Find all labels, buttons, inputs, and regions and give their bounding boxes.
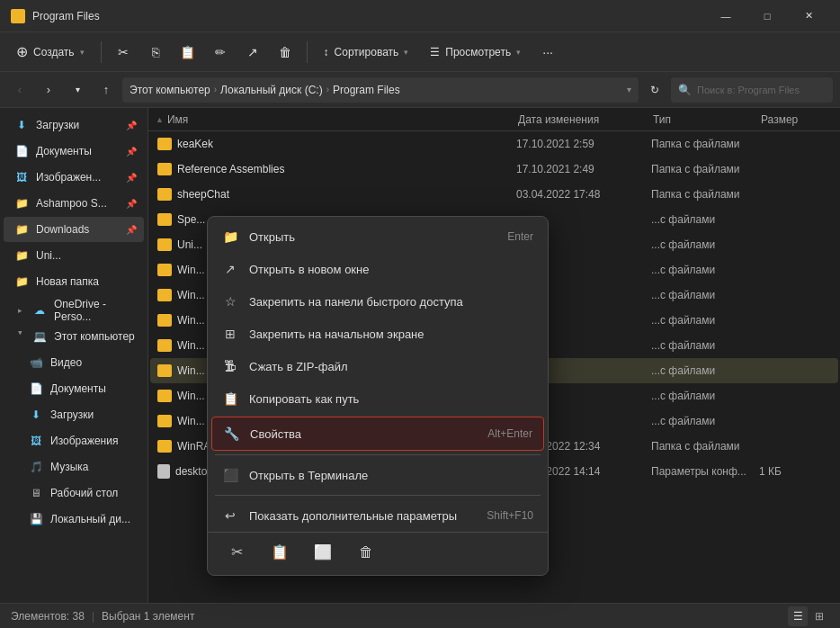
sidebar-item-label: Загрузки — [50, 408, 94, 421]
ctx-pin-quick-access-label: Закрепить на панели быстрого доступа — [249, 295, 463, 309]
ctx-bottom-toolbar: ✂ 📋 ⬜ 🗑 — [208, 532, 548, 571]
breadcrumb[interactable]: Этот компьютер › Локальный диск (C:) › P… — [122, 77, 639, 103]
sidebar-item-label: Документы — [36, 145, 92, 157]
sidebar-item-desktop[interactable]: 🖥 Рабочий стол — [4, 480, 144, 506]
show-more-icon: ↩ — [222, 507, 238, 524]
ctx-open[interactable]: 📁 Открыть Enter — [208, 220, 548, 253]
sidebar-item-ashampoo[interactable]: 📁 Ashampoo S... 📌 — [4, 191, 144, 216]
music-icon: 🎵 — [29, 460, 43, 474]
sidebar-item-disk[interactable]: 💾 Локальный ди... — [4, 507, 144, 532]
sidebar-item-documents[interactable]: 📄 Документы 📌 — [4, 139, 144, 164]
rename-button[interactable]: ✏ — [206, 38, 235, 67]
ctx-separator-1 — [215, 454, 541, 455]
sidebar-item-images2[interactable]: 🖼 Изображения — [4, 428, 144, 453]
ctx-cut-button[interactable]: ✂ — [222, 538, 251, 567]
minimize-button[interactable]: — — [705, 0, 746, 32]
type-column-header[interactable]: Тип — [653, 113, 761, 126]
ctx-open-terminal[interactable]: ⬛ Открыть в Терминале — [208, 459, 548, 491]
dropdown-button[interactable]: ▾ — [65, 77, 90, 103]
create-button[interactable]: ⊕ Создать ▾ — [7, 38, 94, 67]
ctx-show-more-label: Показать дополнительные параметры — [249, 509, 457, 523]
view-icon: ☰ — [430, 46, 440, 58]
ctx-copy-path[interactable]: 📋 Копировать как путь — [208, 382, 548, 415]
ctx-properties-shortcut: Alt+Enter — [487, 427, 532, 440]
breadcrumb-folder[interactable]: Program Files — [333, 84, 400, 96]
table-row[interactable]: keaKek 17.10.2021 2:59 Папка с файлами — [150, 131, 838, 157]
ctx-paste-button[interactable]: ⬜ — [308, 538, 337, 567]
pin-icon-4: 📌 — [126, 199, 137, 209]
folder-icon — [157, 238, 172, 251]
sidebar-item-label: Загрузки — [36, 119, 79, 131]
delete-button[interactable]: 🗑 — [271, 38, 299, 67]
zip-icon: 🗜 — [222, 358, 238, 374]
date-column-header[interactable]: Дата изменения — [518, 113, 653, 126]
sidebar-item-images[interactable]: 🖼 Изображен... 📌 — [4, 165, 144, 190]
breadcrumb-computer[interactable]: Этот компьютер — [130, 84, 210, 96]
ctx-open-shortcut: Enter — [507, 230, 533, 243]
terminal-icon: ⬛ — [222, 467, 238, 483]
tiles-view-button[interactable]: ⊞ — [809, 606, 829, 626]
create-label: Создать — [33, 46, 75, 58]
folder-icon — [157, 213, 172, 226]
ctx-properties[interactable]: 🔧 Свойства Alt+Enter — [211, 417, 544, 451]
pin-icon-2: 📌 — [126, 147, 137, 157]
sidebar-item-music[interactable]: 🎵 Музыка — [4, 454, 144, 480]
sort-button[interactable]: ↕ Сортировать ▾ — [315, 38, 418, 67]
search-bar[interactable]: 🔍 Поиск в: Program Files — [671, 77, 833, 103]
back-button[interactable]: ‹ — [7, 77, 32, 103]
sidebar-item-thispc[interactable]: ▸ 💻 Этот компьютер — [4, 324, 144, 349]
sidebar-item-downloads2[interactable]: ⬇ Загрузки — [4, 402, 144, 427]
name-column-header[interactable]: ▲ Имя — [156, 113, 518, 126]
cut-button[interactable]: ✂ — [109, 38, 138, 67]
sidebar-item-new-folder[interactable]: 📁 Новая папка — [4, 269, 144, 294]
sidebar: ⬇ Загрузки 📌 📄 Документы 📌 🖼 Изображен..… — [0, 108, 148, 603]
new-window-icon: ↗ — [222, 261, 238, 277]
file-name-cell: keaKek — [157, 138, 516, 150]
properties-icon: 🔧 — [223, 426, 239, 442]
view-label: Просмотреть — [445, 46, 511, 58]
ctx-pin-start[interactable]: ⊞ Закрепить на начальном экране — [208, 318, 548, 350]
sidebar-item-uni[interactable]: 📁 Uni... — [4, 243, 144, 268]
chevron-icon: ▾ — [80, 48, 85, 57]
size-column-header[interactable]: Размер — [761, 113, 833, 126]
share-button[interactable]: ↗ — [238, 38, 267, 67]
table-row[interactable]: Reference Assemblies 17.10.2021 2:49 Пап… — [150, 157, 838, 182]
close-button[interactable]: ✕ — [788, 0, 829, 32]
maximize-button[interactable]: □ — [746, 0, 788, 32]
forward-button[interactable]: › — [36, 77, 61, 103]
view-button[interactable]: ☰ Просмотреть ▾ — [421, 38, 530, 67]
details-view-button[interactable]: ☰ — [788, 606, 808, 626]
refresh-button[interactable]: ↻ — [642, 77, 667, 103]
ctx-open-new-window[interactable]: ↗ Открыть в новом окне — [208, 253, 548, 285]
file-icon — [157, 464, 170, 479]
sidebar-item-docs2[interactable]: 📄 Документы — [4, 376, 144, 401]
sidebar-item-zagruzki[interactable]: ⬇ Загрузки 📌 — [4, 112, 144, 138]
sidebar-item-onedrive[interactable]: ▸ ☁ OneDrive - Perso... — [4, 298, 144, 323]
breadcrumb-sep-1: › — [214, 85, 217, 94]
pin-icon-5: 📌 — [126, 225, 137, 235]
ctx-delete-button[interactable]: 🗑 — [352, 538, 380, 567]
ctx-pin-quick-access[interactable]: ☆ Закрепить на панели быстрого доступа — [208, 285, 548, 318]
more-button[interactable]: ··· — [533, 38, 562, 67]
ctx-properties-label: Свойства — [250, 427, 301, 441]
selected-count: Выбран 1 элемент — [102, 610, 194, 623]
breadcrumb-disk[interactable]: Локальный диск (C:) — [220, 84, 323, 96]
paste-button[interactable]: 📋 — [174, 38, 202, 67]
view-toggle: ☰ ⊞ — [788, 606, 829, 626]
window-icon — [11, 9, 25, 23]
ctx-open-terminal-label: Открыть в Терминале — [249, 469, 368, 482]
sidebar-item-label: OneDrive - Perso... — [54, 298, 137, 323]
window-title: Program Files — [32, 10, 705, 22]
ctx-open-label: Открыть — [249, 230, 295, 244]
ctx-copy-button[interactable]: 📋 — [265, 538, 294, 567]
sidebar-item-downloads[interactable]: 📁 Downloads 📌 — [4, 217, 144, 242]
copy-button[interactable]: ⎘ — [141, 38, 170, 67]
folder-icon — [157, 339, 172, 352]
ctx-separator-2 — [215, 495, 541, 496]
ctx-show-more[interactable]: ↩ Показать дополнительные параметры Shif… — [208, 499, 548, 532]
up-button[interactable]: ↑ — [94, 77, 119, 103]
table-row[interactable]: sheepChat 03.04.2022 17:48 Папка с файла… — [150, 182, 838, 207]
sidebar-item-video[interactable]: 📹 Видео — [4, 350, 144, 375]
window-controls: — □ ✕ — [705, 0, 829, 32]
ctx-compress-zip[interactable]: 🗜 Сжать в ZIP-файл — [208, 350, 548, 382]
